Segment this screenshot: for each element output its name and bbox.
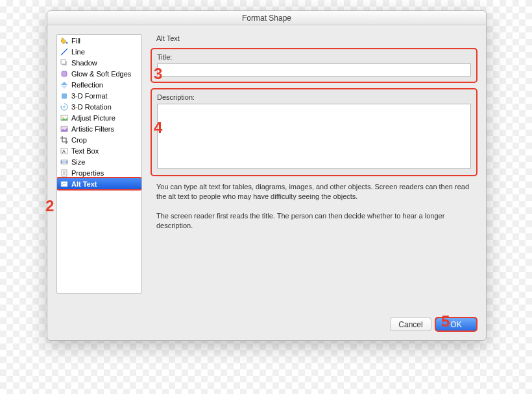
button-row: Cancel OK — [390, 318, 477, 331]
svg-point-8 — [62, 117, 64, 118]
crop-icon — [60, 135, 69, 145]
format-shape-dialog: Format Shape Fill Line Shadow Glow & Sof… — [47, 10, 487, 341]
description-label: Description: — [157, 93, 471, 101]
help-text-2: The screen reader first reads the title.… — [151, 211, 477, 231]
sidebar-item-label: 3-D Format — [71, 92, 108, 100]
svg-point-0 — [66, 41, 68, 43]
3d-rotation-icon — [60, 102, 69, 111]
sidebar-item-label: Glow & Soft Edges — [71, 70, 131, 78]
sidebar-item-size[interactable]: Size — [57, 156, 141, 167]
sidebar-item-label: 3-D Rotation — [71, 103, 112, 111]
sidebar-item-reflection[interactable]: Reflection — [57, 79, 141, 90]
help-text-1: You can type alt text for tables, diagra… — [151, 182, 477, 202]
sidebar-item-label: Artistic Filters — [71, 125, 114, 133]
title-group: Title: — [151, 49, 477, 82]
artistic-filters-icon — [60, 124, 69, 133]
properties-icon — [60, 168, 69, 178]
alt-text-icon — [60, 180, 69, 189]
adjust-picture-icon — [60, 113, 69, 122]
sidebar-item-fill[interactable]: Fill — [57, 35, 141, 46]
svg-rect-3 — [61, 60, 66, 64]
sidebar-item-3d-rotation[interactable]: 3-D Rotation — [57, 101, 141, 112]
sidebar-item-label: Line — [71, 48, 85, 56]
sidebar-item-text-box[interactable]: A Text Box — [57, 145, 141, 156]
sidebar-item-adjust-picture[interactable]: Adjust Picture — [57, 112, 141, 123]
sidebar-item-label: Size — [71, 158, 85, 166]
ok-button[interactable]: OK — [435, 318, 477, 331]
sidebar-item-artistic-filters[interactable]: Artistic Filters — [57, 123, 141, 134]
svg-point-6 — [63, 106, 66, 108]
svg-line-1 — [61, 49, 67, 55]
sidebar-item-crop[interactable]: Crop — [57, 134, 141, 145]
section-heading: Alt Text — [156, 34, 477, 42]
dialog-title: Format Shape — [47, 11, 486, 25]
sidebar-item-label: Adjust Picture — [71, 114, 115, 122]
line-icon — [60, 47, 69, 56]
description-input[interactable] — [157, 104, 471, 168]
sidebar-item-properties[interactable]: Properties — [57, 167, 141, 178]
content-pane: Alt Text Title: Description: You can typ… — [151, 34, 477, 331]
fill-icon — [60, 36, 69, 45]
reflection-icon — [60, 80, 69, 89]
size-icon — [60, 157, 69, 167]
svg-rect-18 — [61, 181, 67, 187]
description-group: Description: — [151, 89, 477, 176]
sidebar-item-line[interactable]: Line — [57, 46, 141, 57]
svg-text:A: A — [62, 148, 66, 153]
cancel-button[interactable]: Cancel — [390, 318, 431, 331]
title-input[interactable] — [157, 64, 471, 76]
sidebar-item-3d-format[interactable]: 3-D Format — [57, 90, 141, 101]
sidebar-item-glow[interactable]: Glow & Soft Edges — [57, 68, 141, 79]
sidebar-item-label: Properties — [71, 169, 104, 177]
sidebar-item-label: Alt Text — [71, 180, 97, 188]
title-label: Title: — [157, 53, 471, 61]
3d-format-icon — [60, 91, 69, 100]
sidebar-item-alt-text[interactable]: Alt Text — [57, 178, 141, 189]
glow-icon — [60, 69, 69, 78]
sidebar-item-shadow[interactable]: Shadow — [57, 57, 141, 68]
shadow-icon — [60, 58, 69, 67]
sidebar-item-label: Crop — [71, 136, 87, 144]
text-box-icon: A — [60, 146, 69, 156]
sidebar: Fill Line Shadow Glow & Soft Edges Refle… — [56, 34, 142, 294]
sidebar-item-label: Fill — [71, 37, 80, 45]
svg-rect-4 — [62, 71, 67, 76]
sidebar-item-label: Reflection — [71, 81, 103, 89]
sidebar-item-label: Shadow — [71, 59, 97, 67]
sidebar-item-label: Text Box — [71, 147, 99, 155]
